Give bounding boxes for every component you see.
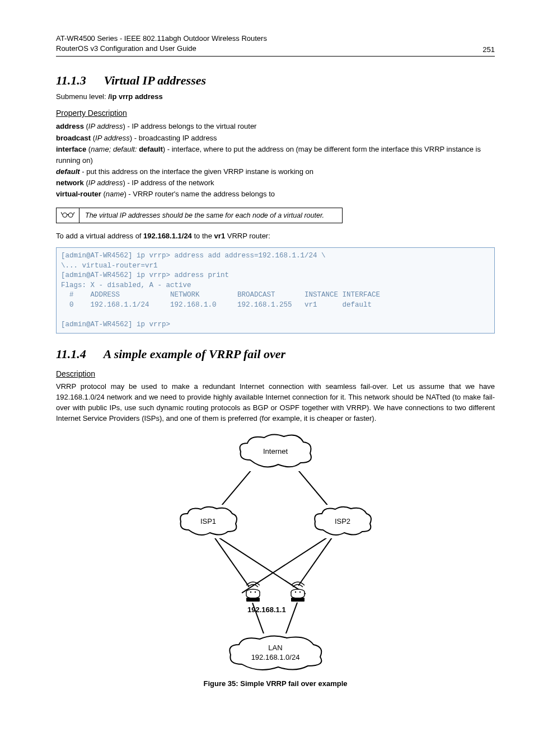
submenu-cmd: /ip vrrp address (108, 92, 163, 101)
prop-broadcast: broadcast (IP address) - broadcasting IP… (56, 133, 495, 144)
cloud-internet-label: Internet (263, 447, 288, 456)
svg-point-4 (255, 591, 256, 592)
svg-point-0 (63, 213, 67, 218)
cloud-lan-net: 192.168.1.0/24 (251, 653, 300, 663)
description-body: VRRP protocol may be used to make a redu… (56, 382, 495, 424)
code-block: [admin@AT-WR4562] ip vrrp> address add a… (56, 247, 495, 334)
submenu-level: Submenu level: /ip vrrp address (56, 92, 495, 101)
section-1114-number: 11.1.4 (56, 347, 101, 361)
router-device-1 (242, 577, 264, 602)
glasses-icon (57, 208, 79, 223)
section-1114-title: A simple example of VRRP fail over (104, 347, 286, 361)
note-box: The virtual IP addresses should be the s… (56, 208, 343, 223)
submenu-prefix: Submenu level: (56, 92, 108, 101)
property-description-heading: Property Description (56, 109, 495, 118)
prop-default: default - put this address on the interf… (56, 166, 495, 177)
description-heading: Description (56, 369, 495, 378)
cloud-isp2: ISP2 (312, 505, 373, 538)
cloud-lan: LAN 192.168.1.0/24 (225, 633, 326, 673)
figure-caption: Figure 35: Simple VRRP fail over example (56, 679, 495, 688)
cloud-isp2-label: ISP2 (335, 517, 350, 525)
diagram: Internet ISP1 ISP2 (56, 432, 495, 673)
prop-address: address (IP address) - IP address belong… (56, 121, 495, 132)
svg-point-8 (299, 591, 301, 592)
prop-interface: interface (name; default: default) - int… (56, 144, 495, 166)
note-text: The virtual IP addresses should be the s… (79, 208, 330, 223)
header-line2: RouterOS v3 Configuration and User Guide (56, 44, 267, 54)
svg-point-1 (68, 213, 73, 218)
cloud-isp1: ISP1 (177, 505, 239, 538)
router-device-2 (287, 577, 309, 602)
page-number: 251 (483, 45, 495, 54)
property-list: address (IP address) - IP address belong… (56, 121, 495, 200)
prop-virtual-router: virtual-router (name) - VRRP router's na… (56, 189, 495, 200)
svg-rect-9 (291, 598, 305, 602)
section-1114-heading: 11.1.4 A simple example of VRRP fail ove… (56, 347, 495, 361)
section-1113-title: Virtual IP addresses (104, 73, 207, 87)
cloud-internet: Internet (236, 432, 315, 471)
cloud-lan-label: LAN (251, 644, 300, 653)
section-1113-heading: 11.1.3 Virtual IP addresses (56, 73, 495, 88)
svg-rect-5 (246, 598, 260, 602)
cloud-isp1-label: ISP1 (200, 517, 216, 525)
header-line1: AT-WR4500 Series - IEEE 802.11abgh Outdo… (56, 34, 267, 44)
link-internet-isp1 (219, 464, 256, 508)
link-internet-isp2 (294, 466, 331, 509)
page-header: AT-WR4500 Series - IEEE 802.11abgh Outdo… (56, 34, 495, 57)
section-1113-number: 11.1.3 (56, 73, 101, 88)
prop-network: network (IP address) - IP address of the… (56, 177, 495, 189)
header-title: AT-WR4500 Series - IEEE 802.11abgh Outdo… (56, 34, 267, 54)
svg-point-7 (295, 591, 296, 592)
svg-point-3 (250, 591, 251, 592)
vrrp-address-label: 192.168.1.1 (247, 605, 286, 614)
example-intro: To add a virtual address of 192.168.1.1/… (56, 231, 495, 242)
